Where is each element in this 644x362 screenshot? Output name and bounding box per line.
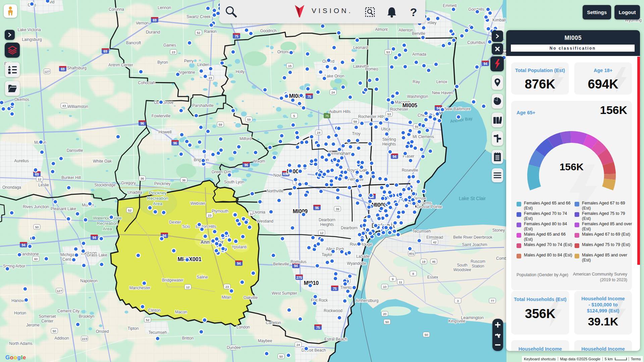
svg-text:77: 77	[491, 299, 494, 303]
svg-text:Wixom: Wixom	[253, 159, 265, 164]
svg-text:Northville: Northville	[267, 189, 283, 193]
svg-text:23: 23	[225, 285, 229, 289]
svg-text:Milford: Milford	[239, 136, 252, 141]
svg-text:Argentine: Argentine	[178, 70, 195, 75]
svg-text:Roseville: Roseville	[402, 168, 418, 173]
svg-text:Addison: Addison	[54, 336, 69, 341]
svg-text:94: 94	[21, 243, 25, 247]
svg-text:White Oak: White Oak	[93, 159, 112, 164]
svg-text:Dearborn: Dearborn	[341, 226, 358, 230]
svg-text:94: 94	[237, 262, 241, 265]
svg-text:Somerset: Somerset	[39, 314, 56, 319]
svg-text:Saline: Saline	[197, 275, 208, 280]
svg-text:53: 53	[386, 50, 390, 54]
svg-text:LaSalle: LaSalle	[356, 254, 370, 259]
svg-text:8: 8	[412, 272, 414, 276]
svg-text:Dearborn: Dearborn	[319, 218, 335, 222]
svg-text:Dundee: Dundee	[227, 345, 241, 350]
svg-text:Romulus: Romulus	[290, 259, 306, 264]
svg-text:Amherstburg: Amherstburg	[356, 298, 379, 303]
svg-text:59: 59	[219, 123, 222, 126]
svg-text:Heights: Heights	[382, 142, 396, 146]
svg-text:Tipton: Tipton	[128, 326, 139, 331]
svg-text:Area: Area	[153, 201, 162, 206]
svg-text:11: 11	[399, 280, 402, 284]
svg-text:50: 50	[279, 355, 283, 358]
svg-text:75: 75	[333, 287, 337, 291]
svg-text:Taylor: Taylor	[322, 252, 332, 257]
svg-text:New Baltimore: New Baltimore	[444, 107, 471, 111]
svg-text:Shaftsburg: Shaftsburg	[67, 66, 87, 70]
svg-text:Recreation: Recreation	[97, 221, 118, 226]
svg-text:Scio: Scio	[182, 224, 190, 229]
svg-text:69: 69	[153, 18, 157, 22]
svg-text:59: 59	[247, 118, 251, 121]
svg-text:Leamington: Leamington	[461, 315, 484, 320]
svg-text:Woodslee: Woodslee	[453, 267, 471, 272]
svg-text:Area: Area	[103, 226, 112, 231]
svg-text:Mt Clemens: Mt Clemens	[413, 134, 434, 139]
svg-text:94: 94	[436, 107, 440, 110]
svg-text:75: 75	[234, 35, 238, 38]
svg-text:Sandstone: Sandstone	[19, 252, 39, 256]
svg-text:Utica: Utica	[381, 127, 390, 131]
svg-text:Dexter: Dexter	[169, 220, 181, 225]
svg-text:Leslie: Leslie	[38, 183, 49, 187]
svg-text:24: 24	[317, 131, 321, 134]
svg-text:401: 401	[409, 252, 414, 255]
svg-text:Center: Center	[41, 319, 53, 323]
svg-text:Ruscom: Ruscom	[471, 259, 485, 264]
svg-text:Vernon: Vernon	[136, 21, 149, 25]
svg-text:127: 127	[44, 70, 50, 73]
svg-text:96: 96	[173, 141, 177, 145]
svg-text:Carleton: Carleton	[266, 320, 281, 325]
svg-text:Armada: Armada	[412, 52, 426, 57]
svg-text:Jerome: Jerome	[26, 323, 40, 327]
svg-text:Sterling: Sterling	[382, 137, 396, 142]
svg-text:Wyandotte: Wyandotte	[347, 261, 366, 266]
svg-text:Rives Junction: Rives Junction	[23, 204, 49, 209]
svg-text:Grass Lake: Grass Lake	[87, 253, 107, 257]
svg-text:Belle River: Belle River	[453, 235, 473, 240]
svg-text:North Adams: North Adams	[9, 341, 32, 346]
svg-text:Ray: Ray	[413, 79, 420, 84]
svg-text:Westland: Westland	[257, 219, 273, 224]
svg-text:Napoleon: Napoleon	[80, 279, 97, 283]
svg-text:South Lyon: South Lyon	[224, 180, 244, 184]
svg-text:Perry: Perry	[184, 59, 194, 63]
svg-text:5: 5	[293, 114, 295, 118]
svg-text:69: 69	[61, 67, 65, 71]
svg-text:Webster: Webster	[191, 201, 205, 206]
svg-text:Bunker Hill: Bunker Hill	[61, 175, 81, 180]
svg-text:Brooklyn: Brooklyn	[79, 314, 95, 319]
svg-text:52: 52	[146, 318, 150, 322]
svg-text:Oakville: Oakville	[244, 295, 258, 300]
svg-text:94: 94	[483, 62, 487, 66]
svg-text:12: 12	[186, 285, 190, 289]
svg-text:9: 9	[392, 277, 393, 281]
svg-text:Recreation: Recreation	[147, 196, 168, 201]
svg-text:Goodrich: Goodrich	[260, 28, 277, 33]
svg-text:Tecumseh: Tecumseh	[413, 229, 431, 234]
svg-text:Linden: Linden	[197, 62, 209, 67]
svg-text:Elmstead: Elmstead	[426, 235, 443, 240]
svg-text:Clinton: Clinton	[148, 308, 160, 313]
svg-text:53: 53	[387, 112, 391, 116]
svg-text:Allenton: Allenton	[398, 28, 413, 33]
svg-text:Gregory: Gregory	[121, 181, 136, 185]
svg-text:223: 223	[82, 337, 87, 341]
svg-text:Gaines: Gaines	[163, 43, 176, 48]
svg-text:Almont: Almont	[375, 27, 388, 32]
svg-text:23: 23	[209, 76, 212, 80]
svg-text:Heights: Heights	[320, 222, 334, 227]
svg-text:Howell: Howell	[158, 129, 171, 134]
svg-text:Auburn Hills: Auburn Hills	[329, 109, 351, 114]
svg-text:Britton: Britton	[182, 336, 194, 341]
svg-text:Fowlerville: Fowlerville	[152, 114, 171, 118]
svg-text:3: 3	[457, 299, 459, 303]
svg-text:Leonard: Leonard	[353, 45, 368, 50]
svg-text:75: 75	[316, 326, 320, 329]
svg-text:156K: 156K	[559, 161, 584, 172]
svg-text:50: 50	[53, 329, 56, 333]
svg-text:Williamston: Williamston	[67, 104, 88, 109]
